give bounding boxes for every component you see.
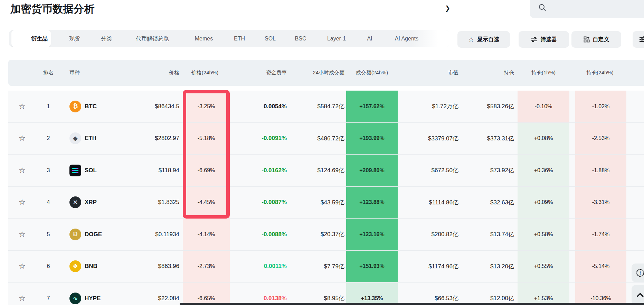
funding-rate-value: -0.0087% xyxy=(230,187,288,219)
volume-24h-value: $8.95亿 xyxy=(288,283,345,305)
svg-text:!: ! xyxy=(640,270,641,276)
tab-SOL[interactable]: SOL xyxy=(265,30,276,47)
back-to-top-button[interactable] xyxy=(632,285,644,305)
header-coin[interactable]: 币种 xyxy=(61,60,145,86)
tab-Layer-1[interactable]: Layer-1 xyxy=(327,30,346,47)
table-row[interactable]: ☆ 1 ₿ BTC $86434.5 -3.25% 0.0054% $584.7… xyxy=(8,91,644,123)
coin-icon: ₿ xyxy=(69,101,81,112)
volume-24h-value: $20.37亿 xyxy=(288,219,345,250)
oi-change-24h-cell: -5.14% xyxy=(575,251,626,283)
oi-change-24h-cell: -1.88% xyxy=(575,155,626,186)
category-tabbar: 衍生品现货分类代币解锁总览MemesETHSOLBSCLayer-1AIAI A… xyxy=(9,30,449,47)
coin-icon: ∿ xyxy=(69,293,81,304)
open-interest-value: $12.00亿 xyxy=(460,283,515,305)
market-cap-value: $1.72万亿 xyxy=(399,91,460,122)
header-rank[interactable]: 排名 xyxy=(36,60,61,86)
table-row[interactable]: ☆ 4 ✕ XRP $1.8325 -4.45% -0.0087% $43.59… xyxy=(8,187,644,219)
favorite-star-icon[interactable]: ☆ xyxy=(19,134,26,143)
coin-symbol: BTC xyxy=(85,103,97,110)
volume-change-24h-cell: +193.99% xyxy=(346,123,398,155)
coin-cell[interactable]: ✕ XRP xyxy=(61,187,145,219)
rank-value: 5 xyxy=(36,219,61,250)
table-body: ☆ 1 ₿ BTC $86434.5 -3.25% 0.0054% $584.7… xyxy=(8,91,644,305)
oi-change-1h-cell: +0.09% xyxy=(518,187,569,219)
announcement-button[interactable]: ! xyxy=(632,264,644,282)
header-market-cap[interactable]: 市值 xyxy=(399,60,460,86)
volume-24h-value: $124.69亿 xyxy=(288,155,345,186)
volume-change-24h-cell: +151.93% xyxy=(346,251,398,283)
header-star-spacer xyxy=(8,60,36,86)
favorite-cell: ☆ xyxy=(8,251,36,283)
tab-Memes[interactable]: Memes xyxy=(195,30,213,47)
header-open-interest[interactable]: 持仓 xyxy=(460,60,515,86)
oi-change-1h-cell: +0.55% xyxy=(518,251,569,283)
volume-24h-value: $7.79亿 xyxy=(288,251,345,283)
favorite-star-icon[interactable]: ☆ xyxy=(19,262,26,271)
customize-button[interactable]: 自定义 xyxy=(571,31,621,48)
tab-衍生品[interactable]: 衍生品 xyxy=(31,30,48,47)
table-row[interactable]: ☆ 2 ◆ ETH $2802.97 -5.18% -0.0091% $486.… xyxy=(8,123,644,155)
show-favorites-button[interactable]: ☆ 显示自选 xyxy=(457,31,510,48)
volume-change-24h-cell: +13.35% xyxy=(346,283,398,305)
oi-change-1h-cell: +0.08% xyxy=(518,123,569,155)
column-settings-button[interactable] xyxy=(633,31,644,48)
market-cap-value: $66.53亿 xyxy=(399,283,460,305)
coin-cell[interactable]: ₿ BTC xyxy=(61,91,145,122)
coin-symbol: BNB xyxy=(85,263,97,270)
oi-change-1h-cell: +1.53% xyxy=(518,283,569,305)
coin-cell[interactable]: ◆ ETH xyxy=(61,123,145,155)
tabs-more-chevron-icon[interactable]: ❯ xyxy=(445,0,450,17)
table-row[interactable]: ☆ 3 SOL $118.94 -6.69% -0.0162% $124.69亿… xyxy=(8,155,644,187)
search-input[interactable] xyxy=(530,0,644,18)
header-oi-24h[interactable]: 持仓(24h%) xyxy=(571,60,628,86)
tab-代币解锁总览[interactable]: 代币解锁总览 xyxy=(136,30,169,47)
open-interest-value: $73.92亿 xyxy=(460,155,515,186)
coin-symbol: DOGE xyxy=(85,231,102,238)
chevron-up-icon xyxy=(636,290,644,299)
funding-rate-value: -0.0162% xyxy=(230,155,288,186)
header-volume-change-24h[interactable]: 成交额(24h%) xyxy=(345,60,399,86)
tab-现货[interactable]: 现货 xyxy=(69,30,80,47)
tab-BSC[interactable]: BSC xyxy=(295,30,306,47)
open-interest-value: $13.74亿 xyxy=(460,219,515,250)
table-row[interactable]: ☆ 7 ∿ HYPE $22.084 -6.65% 0.0138% $8.95亿… xyxy=(8,283,644,305)
favorite-star-icon[interactable]: ☆ xyxy=(19,198,26,207)
coin-cell[interactable]: ❖ BNB xyxy=(61,251,145,283)
header-price[interactable]: 价格 xyxy=(145,60,179,86)
market-cap-value: $1114.86亿 xyxy=(399,187,460,219)
favorite-star-icon[interactable]: ☆ xyxy=(19,230,26,239)
favorite-star-icon[interactable]: ☆ xyxy=(19,102,26,111)
price-change-24h-cell: -4.45% xyxy=(183,187,230,219)
show-favorites-label: 显示自选 xyxy=(477,36,499,43)
tab-ETH[interactable]: ETH xyxy=(234,30,245,47)
market-cap-value: $200.82亿 xyxy=(399,219,460,250)
coin-cell[interactable]: ∿ HYPE xyxy=(61,283,145,305)
horizontal-scrollbar[interactable] xyxy=(180,303,644,305)
header-oi-1h[interactable]: 持仓(1h%) xyxy=(515,60,571,86)
table-row[interactable]: ☆ 6 ❖ BNB $863.96 -2.73% 0.0011% $7.79亿 … xyxy=(8,251,644,283)
tab-分类[interactable]: 分类 xyxy=(101,30,112,47)
price-change-24h-cell: -4.14% xyxy=(183,219,230,250)
price-value: $1.8325 xyxy=(145,187,179,219)
coin-cell[interactable]: Ð DOGE xyxy=(61,219,145,250)
header-volume-24h[interactable]: 24小时成交额 xyxy=(288,60,345,86)
favorite-cell: ☆ xyxy=(8,283,36,305)
favorite-star-icon[interactable]: ☆ xyxy=(19,294,26,303)
tab-AI[interactable]: AI xyxy=(367,30,372,47)
market-cap-value: $3379.07亿 xyxy=(399,123,460,155)
grid-customize-icon xyxy=(584,36,590,43)
open-interest-value: $373.31亿 xyxy=(460,123,515,155)
favorite-star-icon[interactable]: ☆ xyxy=(19,166,26,175)
rank-value: 6 xyxy=(36,251,61,283)
header-price-24h[interactable]: 价格(24h%) xyxy=(179,60,230,86)
coin-cell[interactable]: SOL xyxy=(61,155,145,186)
header-funding-rate[interactable]: 资金费率 xyxy=(230,60,288,86)
volume-change-24h-cell: +123.88% xyxy=(346,187,398,219)
table-row[interactable]: ☆ 5 Ð DOGE $0.11934 -4.14% -0.0088% $20.… xyxy=(8,219,644,251)
sliders-icon xyxy=(531,36,537,43)
coin-symbol: HYPE xyxy=(85,295,101,302)
coin-icon: ◆ xyxy=(69,132,81,144)
rank-value: 2 xyxy=(36,123,61,155)
coin-icon xyxy=(69,165,81,176)
filter-button[interactable]: 筛选器 xyxy=(519,31,569,48)
